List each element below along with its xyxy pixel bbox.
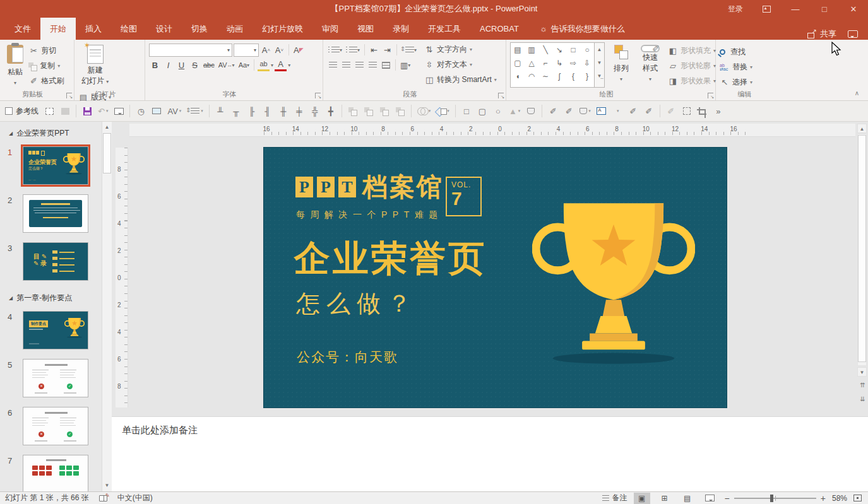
textbox-icon[interactable] — [597, 105, 607, 117]
shape-gallery-item-10[interactable]: ⇨ — [566, 56, 580, 69]
text-direction-button[interactable]: ⇅文字方向▾ — [424, 43, 497, 56]
character-spacing-button[interactable]: AV↔▾ — [217, 59, 236, 71]
font-color-icon[interactable]: ▾ — [612, 105, 622, 117]
find-button[interactable]: 查找 — [720, 45, 752, 59]
shape-gallery-item-11[interactable]: ⇩ — [580, 56, 594, 69]
numbering-button[interactable]: ▾ — [345, 44, 361, 56]
increase-indent-button[interactable]: ⇥ — [381, 44, 393, 56]
zoom-slider[interactable] — [734, 498, 816, 499]
character-spacing-icon[interactable]: AV▾ — [167, 105, 181, 117]
tab-11[interactable]: 开发工具 — [419, 18, 470, 40]
clear-formatting-button[interactable]: A◤ — [292, 44, 305, 56]
gallery-down-icon[interactable]: ▼ — [595, 56, 604, 69]
convert-smartart-button[interactable]: ◫转换为 SmartArt▾ — [424, 73, 497, 86]
text-highlight-button[interactable]: ab — [258, 59, 270, 71]
align-right-button[interactable] — [354, 59, 366, 71]
font-dialog-launcher[interactable] — [315, 93, 321, 98]
reading-view-button[interactable]: ▤ — [679, 493, 696, 504]
zoom-slider-thumb[interactable] — [770, 495, 773, 502]
format-painter-button[interactable]: ✐格式刷 — [28, 74, 64, 88]
tab-0[interactable]: 文件 — [5, 18, 40, 40]
shape-gallery-item-7[interactable]: △ — [525, 56, 538, 69]
shape-gallery-item-6[interactable]: ▢ — [511, 56, 525, 69]
slide-counter[interactable]: 幻灯片 第 1 张，共 66 张 — [5, 493, 89, 503]
sign-in-button[interactable]: 登录 — [719, 0, 752, 18]
font-name-combo[interactable]: ▾ — [149, 44, 232, 57]
slide-thumbnail-5[interactable]: ✕✓ — [23, 359, 88, 397]
align-middle-icon[interactable]: ╪ — [294, 105, 304, 117]
close-view-icon[interactable] — [60, 105, 70, 117]
slide-canvas[interactable]: PPT档案馆 VOL. 7 每周解决一个PPT难题 企业荣誉页 怎么做？ 公众号… — [264, 148, 727, 407]
shape-gallery-item-2[interactable]: ╲ — [538, 43, 552, 56]
shape-outline-button[interactable]: ▱形状轮廓▾ — [668, 59, 716, 73]
distribute-vertically-icon[interactable]: ╋ — [326, 105, 336, 117]
gallery-more-icon[interactable]: ▼̲ — [595, 69, 604, 83]
select-objects-icon[interactable] — [682, 105, 692, 117]
grid-settings-icon[interactable] — [44, 105, 54, 117]
guides-checkbox[interactable]: 参考线 — [5, 106, 39, 117]
align-top-icon[interactable]: ╥ — [231, 105, 241, 117]
shape-gallery-item-1[interactable]: ▥ — [525, 43, 538, 56]
shape-gallery-item-12[interactable]: ◖ — [511, 69, 525, 83]
normal-view-button[interactable]: ▣ — [634, 493, 650, 504]
new-slide-button[interactable]: 新建 幻灯片 ▾ — [78, 42, 112, 89]
shape-gallery-item-15[interactable]: ʃ — [552, 69, 566, 83]
tab-7[interactable]: 幻灯片放映 — [253, 18, 312, 40]
eyedropper-fill-icon[interactable]: ✐ — [548, 105, 558, 117]
section-header[interactable]: ◢企业荣誉页PPT — [0, 122, 101, 143]
editor-scrollbar[interactable]: ▲ ▼ — [857, 124, 867, 409]
fit-to-window-icon[interactable] — [853, 495, 862, 501]
shadow-button[interactable]: abc — [202, 59, 216, 71]
align-center-button[interactable] — [340, 59, 352, 71]
editor-scroll-thumb[interactable] — [858, 135, 866, 362]
zoom-out-button[interactable]: − — [725, 493, 730, 503]
save-icon[interactable] — [82, 105, 92, 117]
shape-effects-button[interactable]: ◨形状效果▾ — [668, 74, 716, 88]
line-spacing-button[interactable]: ▾ — [400, 44, 418, 56]
change-case-button[interactable]: Aa▾ — [237, 59, 251, 71]
cut-button[interactable]: ✂剪切 — [28, 44, 64, 57]
paint-bucket-icon[interactable]: ▾ — [580, 105, 591, 117]
oval-shape-icon[interactable]: ○ — [493, 105, 503, 117]
start-slideshow-icon[interactable] — [114, 105, 124, 117]
bullets-button[interactable]: ▾ — [327, 44, 343, 56]
font-color-button[interactable]: A — [275, 59, 287, 71]
justify-button[interactable] — [367, 59, 379, 71]
drawing-dialog-launcher[interactable] — [708, 93, 713, 98]
shape-fill-button[interactable]: ◧形状填充▾ — [668, 44, 716, 57]
tab-5[interactable]: 切换 — [182, 18, 217, 40]
tab-10[interactable]: 录制 — [383, 18, 419, 40]
notes-pane[interactable]: 单击此处添加备注 — [112, 416, 868, 491]
eyedropper-outline-icon[interactable]: ✐ — [564, 105, 574, 117]
slide-sorter-view-button[interactable]: ⊞ — [657, 493, 673, 504]
monitor-settings-icon[interactable] — [152, 105, 162, 117]
align-right-icon[interactable]: ╢ — [263, 105, 273, 117]
more-commands-icon[interactable]: » — [713, 105, 723, 117]
tell-me-box[interactable]: ☼ 告诉我你想要做什么 — [540, 18, 625, 40]
close-button[interactable]: ✕ — [839, 0, 868, 18]
slide-thumbnail-7[interactable] — [23, 455, 88, 491]
bold-button[interactable]: B — [149, 59, 161, 71]
language-indicator[interactable]: 中文(中国) — [117, 493, 153, 503]
decrease-font-size-button[interactable]: A — [273, 44, 285, 56]
shape-gallery-item-8[interactable]: ⌐ — [538, 56, 552, 69]
shape-gallery-item-5[interactable]: ○ — [580, 43, 594, 56]
share-button[interactable]: 共享 — [807, 28, 836, 40]
distribute-horizontally-icon[interactable]: ╬ — [310, 105, 320, 117]
rectangle-shape-icon[interactable]: □ — [461, 105, 472, 117]
zoom-percentage[interactable]: 58% — [832, 494, 847, 503]
distribute-button[interactable] — [380, 59, 392, 71]
shape-gallery-item-0[interactable]: ▤ — [511, 43, 525, 56]
maximize-button[interactable]: □ — [810, 0, 839, 18]
animation-painter-icon[interactable]: ✐ — [666, 105, 676, 117]
align-bottom-icon[interactable]: ╨ — [215, 105, 225, 117]
send-backward-icon[interactable] — [364, 105, 374, 117]
tab-9[interactable]: 视图 — [348, 18, 383, 40]
bring-forward-icon[interactable] — [348, 105, 358, 117]
slideshow-view-button[interactable] — [702, 493, 718, 504]
align-center-icon[interactable]: ╫ — [278, 105, 288, 117]
slide-thumbnail-1[interactable]: 企业荣誉页怎么做？— · — — [23, 146, 88, 185]
paste-button[interactable]: 粘贴▾ — [4, 42, 27, 89]
paragraph-dialog-launcher[interactable] — [498, 93, 504, 98]
rotate-3d-icon[interactable]: ▲▾ — [509, 105, 520, 117]
